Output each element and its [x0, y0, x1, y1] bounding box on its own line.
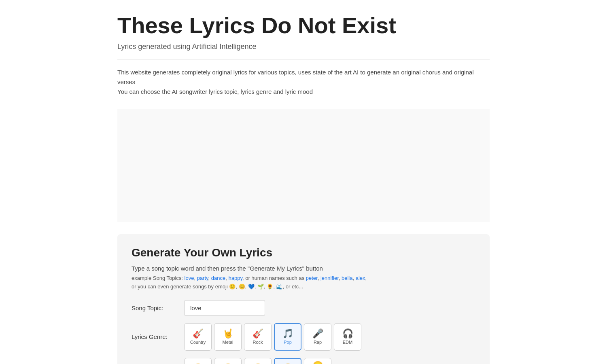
example-jennifier[interactable]: jennifier [320, 275, 339, 281]
example-dance[interactable]: dance [211, 275, 225, 281]
mood-options: 😢Very Sad😐Sad😑Neutral😊Happy😄Very Happy [184, 358, 331, 364]
mood-btn-sad[interactable]: 😐Sad [214, 358, 242, 364]
genre-btn-metal[interactable]: 🤘Metal [214, 323, 242, 351]
genre-label-rock: Rock [253, 340, 263, 345]
genre-btn-pop[interactable]: 🎵Pop [274, 323, 301, 351]
genre-label-metal: Metal [223, 340, 233, 345]
example-alex[interactable]: alex [356, 275, 365, 281]
site-subtitle: Lyrics generated using Artificial Intell… [117, 42, 490, 51]
song-topic-input[interactable] [184, 300, 265, 316]
mood-btn-neutral[interactable]: 😑Neutral [244, 358, 272, 364]
genre-label-pop: Pop [284, 340, 292, 345]
genre-icon-rock: 🎸 [253, 329, 263, 338]
page-container: These Lyrics Do Not Exist Lyrics generat… [109, 0, 498, 364]
mood-btn-happy[interactable]: 😊Happy [274, 358, 301, 364]
generate-examples: example Song Topics: love, party, dance,… [132, 274, 475, 291]
example-party[interactable]: party [197, 275, 208, 281]
genre-icon-metal: 🤘 [223, 329, 233, 338]
genre-label-country: Country [190, 340, 206, 345]
examples-emoji: or you can even generate songs by emoji … [132, 284, 303, 290]
genre-options: 🎸Country🤘Metal🎸Rock🎵Pop🎤Rap🎧EDM [184, 323, 361, 351]
genre-label-edm: EDM [343, 340, 352, 345]
example-love[interactable]: love [185, 275, 194, 281]
genre-btn-country[interactable]: 🎸Country [184, 323, 212, 351]
genre-btn-rap[interactable]: 🎤Rap [304, 323, 331, 351]
lyrics-genre-label: Lyrics Genre: [132, 333, 184, 340]
genre-icon-rap: 🎤 [312, 329, 323, 338]
example-happy[interactable]: happy [229, 275, 242, 281]
examples-label: example Song Topics: [132, 275, 183, 281]
example-peter[interactable]: peter [306, 275, 318, 281]
lyrics-genre-row: Lyrics Genre: 🎸Country🤘Metal🎸Rock🎵Pop🎤Ra… [132, 323, 475, 351]
example-bella[interactable]: bella [342, 275, 352, 281]
mood-icon-very-happy: 😄 [312, 362, 323, 364]
ad-area [117, 109, 490, 222]
site-title: These Lyrics Do Not Exist [117, 12, 490, 38]
genre-icon-edm: 🎧 [342, 329, 353, 338]
description: This website generates completely origin… [117, 68, 490, 97]
description-line2: You can choose the AI songwriter lyrics … [117, 87, 490, 97]
generate-desc: Type a song topic word and then press th… [132, 265, 475, 272]
divider [117, 59, 490, 59]
lyric-mood-row: Lyric Mood: 😢Very Sad😐Sad😑Neutral😊Happy😄… [132, 358, 475, 364]
song-topic-label: Song Topic: [132, 305, 184, 311]
genre-icon-country: 🎸 [193, 329, 204, 338]
mood-btn-very-sad[interactable]: 😢Very Sad [184, 358, 212, 364]
mood-btn-very-happy[interactable]: 😄Very Happy [304, 358, 331, 364]
description-line1: This website generates completely origin… [117, 68, 490, 87]
song-topic-row: Song Topic: [132, 300, 475, 316]
genre-label-rap: Rap [314, 340, 322, 345]
generate-section-title: Generate Your Own Lyrics [132, 246, 475, 259]
genre-btn-rock[interactable]: 🎸Rock [244, 323, 272, 351]
generate-section: Generate Your Own Lyrics Type a song top… [117, 234, 490, 364]
genre-icon-pop: 🎵 [282, 329, 293, 338]
genre-btn-edm[interactable]: 🎧EDM [334, 323, 361, 351]
